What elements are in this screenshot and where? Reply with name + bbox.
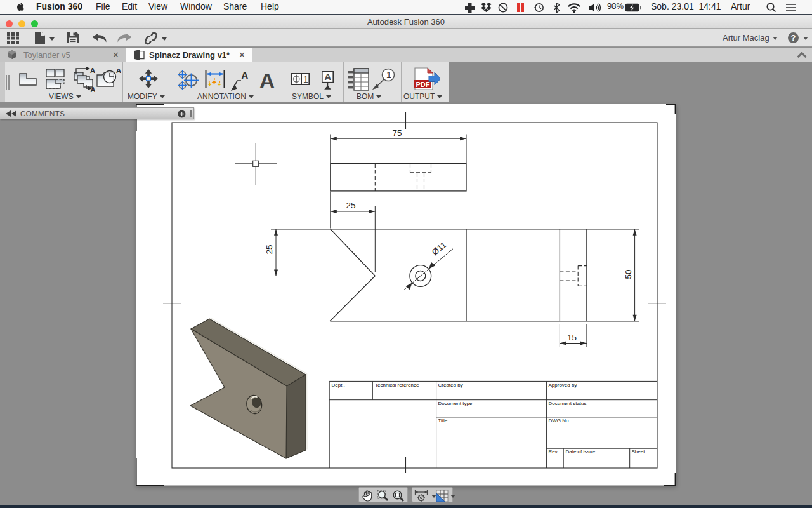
svg-text:50: 50	[624, 269, 633, 279]
svg-text:Approved by: Approved by	[549, 382, 577, 388]
svg-text:15: 15	[567, 333, 577, 342]
svg-text:25: 25	[265, 244, 274, 254]
svg-text:A: A	[116, 69, 121, 74]
svg-text:Date of issue: Date of issue	[566, 449, 596, 455]
svg-text:A: A	[324, 72, 331, 82]
svg-text:Document status: Document status	[549, 401, 587, 406]
svg-text:PDF: PDF	[416, 81, 430, 88]
svg-text:Dept .: Dept .	[332, 382, 345, 388]
svg-text:25: 25	[346, 201, 355, 210]
svg-text:Rev.: Rev.	[549, 449, 559, 455]
svg-text:1: 1	[303, 74, 308, 84]
svg-text:75: 75	[392, 128, 402, 138]
svg-text:Sheet: Sheet	[632, 449, 646, 455]
svg-text:A: A	[91, 86, 96, 93]
svg-text:Document type: Document type	[438, 401, 473, 406]
svg-text:A: A	[90, 67, 95, 74]
svg-text:A: A	[241, 70, 249, 81]
svg-text:Title: Title	[438, 418, 448, 424]
svg-text:Created by: Created by	[438, 382, 463, 388]
svg-text:DWG No.: DWG No.	[549, 418, 570, 424]
svg-text:1: 1	[386, 70, 391, 80]
svg-text:Technical reference: Technical reference	[375, 382, 419, 388]
